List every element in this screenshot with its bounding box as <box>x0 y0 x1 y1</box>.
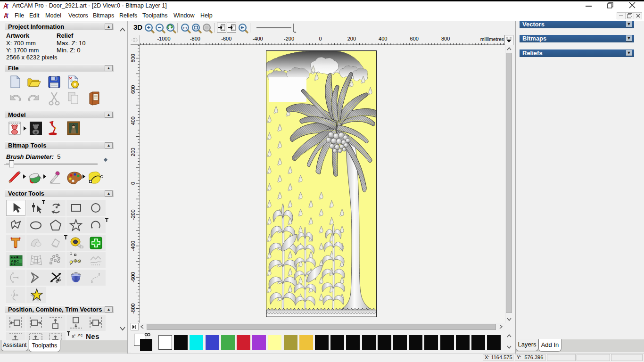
svg-text:0: 0 <box>131 182 136 185</box>
svg-text:800: 800 <box>441 36 450 41</box>
svg-text:-800: -800 <box>190 36 200 41</box>
svg-text:-800: -800 <box>131 304 136 314</box>
svg-text:-200: -200 <box>284 36 294 41</box>
svg-text:600: 600 <box>410 36 419 41</box>
svg-text:800: 800 <box>131 54 136 62</box>
svg-text:400: 400 <box>379 36 387 41</box>
svg-text:-400: -400 <box>131 241 136 251</box>
svg-text:0: 0 <box>319 36 322 41</box>
svg-text:-600: -600 <box>131 272 136 282</box>
svg-text:1:1: 1:1 <box>182 26 187 30</box>
svg-text:-600: -600 <box>221 36 231 41</box>
svg-text:millimetres: millimetres <box>480 36 504 42</box>
svg-text:ABC: ABC <box>11 259 19 263</box>
svg-text:200: 200 <box>131 148 136 156</box>
svg-text:400: 400 <box>131 116 136 125</box>
svg-text:600: 600 <box>131 85 136 94</box>
svg-text:-1000: -1000 <box>157 36 170 41</box>
svg-text:-200: -200 <box>131 209 136 220</box>
svg-text:-400: -400 <box>253 36 263 41</box>
svg-text:200: 200 <box>347 36 356 41</box>
